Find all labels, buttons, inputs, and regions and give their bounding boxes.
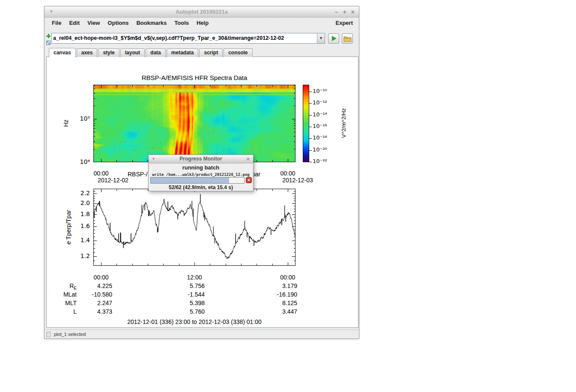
status-bar: plot_1 selected <box>45 330 359 339</box>
spectrogram-xtick-left: 00:00 <box>88 170 114 177</box>
lineplot-ytick: 2.2 <box>64 190 90 196</box>
colorbar <box>303 85 309 162</box>
menu-bar: FileEditViewOptionsBookmarksToolsHelp Ex… <box>45 18 359 27</box>
ephemeris-row-mlat: MLat-10.580-1.544-16.190 <box>47 291 304 299</box>
lineplot[interactable] <box>93 189 295 266</box>
play-icon <box>332 36 337 41</box>
spectrogram-ylabel: Hz <box>63 110 69 136</box>
tab-canvas[interactable]: canvas <box>49 48 76 57</box>
uri-input[interactable]: a_rel04_ect-hope-mom-l3_$Y$m$d_v$(v,sep)… <box>51 33 325 44</box>
menu-help[interactable]: Help <box>193 20 212 26</box>
lineplot-ytick: 1.2 <box>64 252 90 259</box>
colorbar-tick: 10⁻¹⁰ <box>313 88 327 94</box>
tab-layout[interactable]: layout <box>120 48 145 57</box>
lineplot-xtick: 00:00 <box>275 274 301 281</box>
minimize-button[interactable]: – <box>335 9 338 15</box>
folder-icon <box>343 36 352 42</box>
tab-metadata[interactable]: metadata <box>167 48 199 57</box>
tab-script[interactable]: script <box>199 48 223 57</box>
uri-value: a_rel04_ect-hope-mom-l3_$Y$m$d_v$(v,sep)… <box>52 33 317 43</box>
spectrogram-ytick: 10⁵ <box>64 115 90 122</box>
tab-axes[interactable]: axes <box>77 48 98 57</box>
progress-status: 52/62 (42.9/min, eta 15.4 s) <box>149 184 253 190</box>
open-file-button[interactable] <box>342 33 353 44</box>
menu-tools[interactable]: Tools <box>170 20 193 26</box>
ephemeris-value: -10.580 <box>69 291 112 298</box>
ephemeris-value: 5.760 <box>162 308 205 315</box>
colorbar-tick: 10⁻¹⁸ <box>313 134 327 141</box>
menu-file[interactable]: File <box>48 20 65 26</box>
progress-task: running batch <box>149 164 253 171</box>
window-titlebar[interactable]: ▾ Autoplot 20190221a – + × <box>45 6 359 18</box>
colorbar-tick: 10⁻¹⁴ <box>313 111 327 118</box>
menu-view[interactable]: View <box>84 20 104 26</box>
close-button[interactable]: × <box>351 9 355 15</box>
progress-monitor-dialog: ▾ Progress Monitor × running batch write… <box>148 154 254 191</box>
plot-canvas[interactable]: RBSP-A/EMFISIS HFR Spectra Data Hz V^2/m… <box>46 56 358 328</box>
ephemeris-value: 5.398 <box>162 300 205 306</box>
ephemeris-value: 2.247 <box>69 300 112 306</box>
colorbar-tick: 10⁻¹⁶ <box>313 123 327 129</box>
spectrogram-ytick: 10⁴ <box>64 158 90 165</box>
menu-edit[interactable]: Edit <box>65 20 84 26</box>
progress-file: write /hom...walk3/product_20121226_12.p… <box>149 172 253 177</box>
lineplot-ytick: 1.4 <box>64 237 90 244</box>
ephemeris-value: 4.373 <box>69 308 112 315</box>
dialog-title: Progress Monitor <box>149 155 253 163</box>
go-button[interactable] <box>328 33 339 44</box>
ephemeris-value: -1.544 <box>162 291 205 298</box>
maximize-button[interactable]: + <box>343 9 346 15</box>
spectrogram-date-right: 2012-12-03 <box>278 177 317 184</box>
ephemeris-value: 5.756 <box>162 282 205 289</box>
ephemeris-value: 4.225 <box>69 282 112 289</box>
colorbar-tick: 10⁻²⁰ <box>313 146 327 153</box>
progress-bar-fill <box>151 178 229 183</box>
colorbar-label: V^2/m^2/Hz <box>340 93 347 153</box>
status-text: plot_1 selected <box>54 332 86 337</box>
ephemeris-row-mlt: MLT2.2475.3988.125 <box>47 300 304 307</box>
dialog-titlebar[interactable]: ▾ Progress Monitor × <box>149 155 253 163</box>
ephemeris-value: -16.190 <box>254 291 297 298</box>
ephemeris-value: 3.447 <box>254 308 297 315</box>
dialog-close-button[interactable]: × <box>246 155 250 163</box>
lineplot-xtick: 00:00 <box>88 274 114 281</box>
lineplot-xtick: 12:00 <box>182 274 207 281</box>
ephemeris-value: 8.125 <box>254 300 297 306</box>
spectrogram-title: RBSP-A/EMFISIS HFR Spectra Data <box>93 74 295 81</box>
menu-bookmarks[interactable]: Bookmarks <box>132 20 170 26</box>
colorbar-tick: 10⁻²² <box>313 158 327 164</box>
colorbar-tick: 10⁻¹² <box>313 99 327 106</box>
lineplot-ytick: 1.6 <box>64 223 90 229</box>
window-title: Autoplot 20190221a <box>45 6 359 17</box>
ephemeris-row-l: L4.3735.7603.447 <box>47 308 304 316</box>
spectrogram-date-left: 2012-12-02 <box>94 177 132 184</box>
ephemeris-value: 3.179 <box>254 282 297 289</box>
spectrogram-plot[interactable] <box>93 85 295 162</box>
editor-toggle-icon[interactable] <box>46 39 51 47</box>
spectrogram-xtick-right: 00:00 <box>275 170 301 177</box>
lineplot-title-fragment-left: RBSP-/ <box>128 171 148 178</box>
timerange-label: 2012-12-01 (336) 23:00 to 2012-12-03 (33… <box>93 318 295 325</box>
ephemeris-row-r: RE4.2255.7563.179 <box>47 282 304 290</box>
progress-bar <box>150 177 245 184</box>
menu-bar-items: FileEditViewOptionsBookmarksToolsHelp <box>48 20 212 26</box>
lineplot-ytick: 2.0 <box>64 199 90 206</box>
tab-data[interactable]: data <box>146 48 166 57</box>
menu-options[interactable]: Options <box>104 20 132 26</box>
uri-dropdown-button[interactable]: ▼ <box>317 33 325 43</box>
tab-style[interactable]: style <box>98 48 119 57</box>
tab-console[interactable]: console <box>224 48 252 57</box>
status-grip <box>46 332 51 337</box>
tab-strip: canvasaxesstylelayoutdatametadatascriptc… <box>46 48 253 57</box>
cancel-button[interactable]: ✕ <box>246 177 252 183</box>
expert-mode-label[interactable]: Expert <box>336 20 355 26</box>
lineplot-ytick: 1.8 <box>64 211 90 217</box>
